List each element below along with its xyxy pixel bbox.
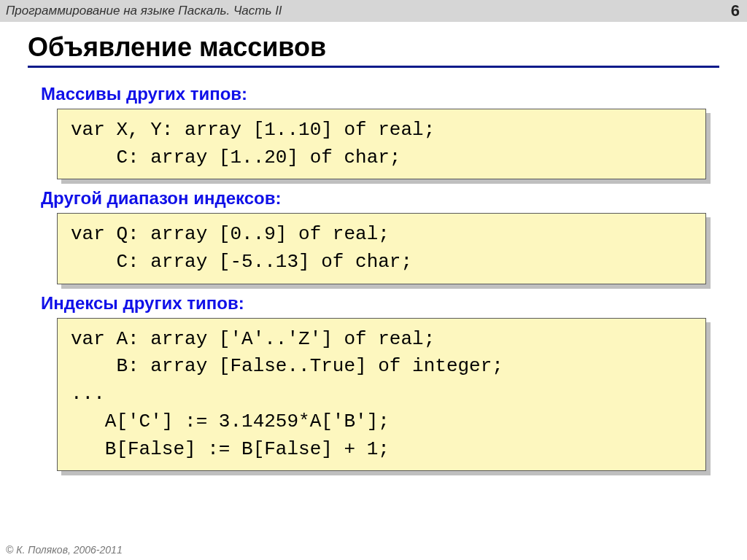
course-title: Программирование на языке Паскаль. Часть… bbox=[6, 4, 282, 18]
codebox-0: var X, Y: array [1..10] of real; C: arra… bbox=[57, 109, 706, 179]
section-label-2: Индексы других типов: bbox=[41, 293, 706, 314]
codebox-wrap-1: var Q: array [0..9] of real; C: array [-… bbox=[57, 213, 706, 284]
section-label-0: Массивы других типов: bbox=[41, 84, 706, 104]
codebox-wrap-0: var X, Y: array [1..10] of real; C: arra… bbox=[57, 109, 706, 179]
codebox-wrap-2: var A: array ['A'..'Z'] of real; B: arra… bbox=[57, 318, 706, 471]
slide: Программирование на языке Паскаль. Часть… bbox=[0, 0, 747, 560]
codebox-1: var Q: array [0..9] of real; C: array [-… bbox=[57, 213, 706, 284]
section-label-1: Другой диапазон индексов: bbox=[41, 188, 706, 209]
page-number: 6 bbox=[731, 1, 740, 20]
top-bar: Программирование на языке Паскаль. Часть… bbox=[0, 0, 747, 22]
footer-copyright: © К. Поляков, 2006-2011 bbox=[6, 544, 123, 556]
content-area: Массивы других типов: var X, Y: array [1… bbox=[0, 68, 747, 471]
codebox-2: var A: array ['A'..'Z'] of real; B: arra… bbox=[57, 318, 706, 471]
slide-title: Объявление массивов bbox=[0, 22, 747, 66]
